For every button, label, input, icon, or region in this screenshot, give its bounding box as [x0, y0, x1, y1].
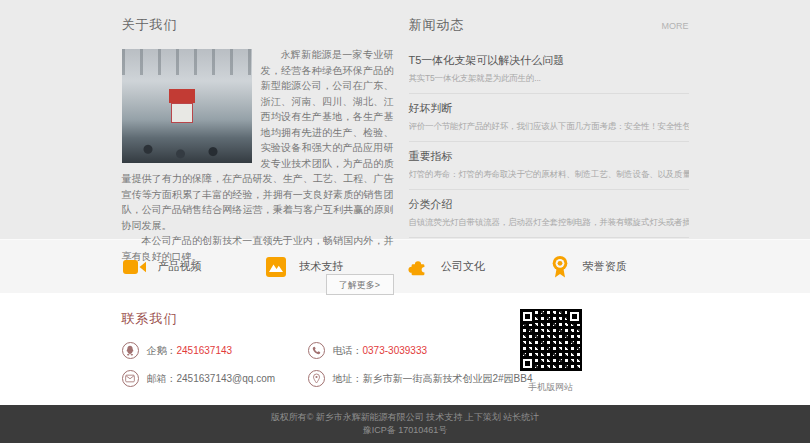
news-item-title[interactable]: 重要指标 — [409, 149, 689, 164]
qq-label: 企鹅： — [147, 344, 177, 358]
feature-label: 荣誉资质 — [583, 259, 627, 274]
feature-tech-support[interactable]: 技术支持 — [263, 254, 405, 280]
phone-number: 0373-3039333 — [363, 345, 428, 356]
qr-finder-pattern — [567, 309, 582, 324]
contact-email: 邮箱： 2451637143@qq.com — [122, 370, 308, 387]
medal-icon — [547, 254, 573, 280]
feature-label: 公司文化 — [441, 259, 485, 274]
news-item[interactable]: 好坏判断 评价一个节能灯产品的好坏，我们应该从下面几方面考虑：安全性！安全性包括… — [409, 94, 689, 142]
qr-finder-pattern — [520, 309, 535, 324]
puzzle-icon — [405, 254, 431, 280]
qq-penguin-icon — [122, 342, 139, 359]
news-item-summary: 评价一个节能灯产品的好坏，我们应该从下面几方面考虑：安全性！安全性包括以下几个 — [409, 121, 689, 133]
news-item[interactable]: 分类介绍 自镇流荧光灯自带镇流器，启动器灯全套控制电路，并装有螺旋式灯头或者插口… — [409, 190, 689, 238]
phone-icon — [308, 342, 325, 359]
icp-line: 豫ICP备 17010461号 — [0, 424, 810, 437]
contact-title: 联系我们 — [122, 310, 689, 328]
news-item-title[interactable]: 好坏判断 — [409, 101, 689, 116]
qq-number: 2451637143 — [177, 345, 233, 356]
contact-qq: 企鹅： 2451637143 — [122, 342, 308, 359]
feature-label: 技术支持 — [299, 259, 343, 274]
envelope-icon — [122, 370, 139, 387]
contact-phone: 电话： 0373-3039333 — [308, 342, 428, 359]
feature-honors[interactable]: 荣誉资质 — [547, 254, 689, 280]
feature-product-video[interactable]: 产品视频 — [122, 254, 264, 280]
qr-finder-pattern — [520, 356, 535, 371]
news-item-summary: 其实T5一体化支架就是为此而生的... — [409, 73, 689, 85]
footer: 版权所有© 新乡市永辉新能源有限公司 技术支持 上下策划 站长统计 豫ICP备 … — [0, 405, 810, 443]
address-text: 新乡市新一街高新技术创业园2#园BB4 — [363, 372, 533, 386]
location-pin-icon — [308, 370, 325, 387]
news-item-summary: 自镇流荧光灯自带镇流器，启动器灯全套控制电路，并装有螺旋式灯头或者插口式灯头。 — [409, 217, 689, 229]
address-label: 地址： — [333, 372, 363, 386]
news-item-title[interactable]: 分类介绍 — [409, 197, 689, 212]
email-address: 2451637143@qq.com — [177, 373, 276, 384]
news-item[interactable]: 重要指标 灯管的寿命：灯管的寿命取决于它的原材料、制造工艺、制造设备、以及质量控… — [409, 142, 689, 190]
news-item-title[interactable]: T5一体化支架可以解决什么问题 — [409, 53, 689, 68]
qr-code — [517, 306, 585, 374]
news-title: 新闻动态 — [409, 16, 465, 34]
copyright-line: 版权所有© 新乡市永辉新能源有限公司 技术支持 上下策划 站长统计 — [0, 411, 810, 424]
feature-company-culture[interactable]: 公司文化 — [405, 254, 547, 280]
top-section: 关于我们 永辉新能源是一家专业研发，经营各种绿色环保产品的新型能源公司，公司在广… — [0, 0, 810, 239]
news-item[interactable]: T5一体化支架可以解决什么问题 其实T5一体化支架就是为此而生的... — [409, 46, 689, 94]
email-label: 邮箱： — [147, 372, 177, 386]
feature-label: 产品视频 — [158, 259, 202, 274]
news-item-summary: 灯管的寿命：灯管的寿命取决于它的原材料、制造工艺、制造设备、以及质量控制及保证体… — [409, 169, 689, 181]
news-list: T5一体化支架可以解决什么问题 其实T5一体化支架就是为此而生的... 好坏判断… — [409, 46, 689, 238]
contact-address: 地址： 新乡市新一街高新技术创业园2#园BB4 — [308, 370, 533, 387]
news-more-link[interactable]: MORE — [662, 21, 689, 31]
photo-red-banner — [169, 89, 195, 103]
video-camera-icon — [122, 254, 148, 280]
photo-ceiling-pipes — [122, 49, 252, 75]
photo-white-sign — [171, 103, 193, 123]
factory-photo — [122, 49, 252, 163]
contact-section: 联系我们 企鹅： 2451637143 电话： 0373-3039333 — [0, 293, 810, 405]
picture-icon — [263, 254, 289, 280]
about-title: 关于我们 — [122, 16, 394, 34]
phone-label: 电话： — [333, 344, 363, 358]
qr-caption: 手机版网站 — [517, 381, 585, 394]
